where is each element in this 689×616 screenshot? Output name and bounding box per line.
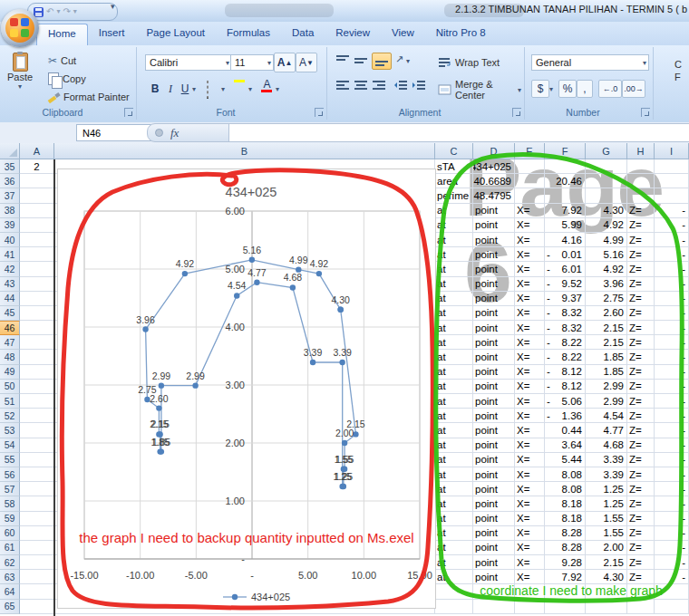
cell-G41[interactable]: 5.16 [586,247,627,262]
cell-H40[interactable]: Z= [627,233,655,247]
cell-F56[interactable]: 8.08 [545,467,586,482]
row-header-45[interactable]: 45 [0,306,20,321]
cell-A44[interactable] [20,292,54,306]
cell-E46[interactable]: X= [515,321,545,335]
insert-function-button[interactable]: fx [170,126,179,140]
cell-E65[interactable] [515,600,545,614]
cell-H62[interactable]: Z= [627,555,655,570]
cell-H47[interactable]: Z= [627,335,655,350]
cell-D48[interactable]: point [473,350,515,364]
cell-A49[interactable] [20,365,54,380]
cell-F65[interactable] [545,600,586,614]
row-header-42[interactable]: 42 [0,262,20,276]
cell-A53[interactable] [20,423,54,438]
cell-G52[interactable]: 4.54 [586,409,627,423]
cell-F36[interactable]: 20.46 [545,174,586,188]
cell-A45[interactable] [20,306,54,321]
cell-A50[interactable] [20,380,54,394]
undo-icon[interactable]: ↶ [46,7,53,16]
select-all-corner[interactable] [0,143,20,159]
column-header-E[interactable]: E [515,143,545,159]
cell-H48[interactable]: Z= [627,350,655,364]
cell-C64[interactable] [435,584,473,599]
cell-F57[interactable]: 8.08 [545,482,586,496]
row-header-47[interactable]: 47 [0,335,20,350]
cell-C63[interactable]: at [435,570,473,584]
cell-A46[interactable] [20,321,54,335]
cell-G47[interactable]: 2.15 [586,335,627,350]
cell-A52[interactable] [20,409,54,423]
cell-E36[interactable] [515,174,545,188]
orientation-caret-icon[interactable]: ▾ [406,57,410,65]
row-header-54[interactable]: 54 [0,438,20,453]
cell-G60[interactable]: 1.55 [586,526,627,541]
cell-A43[interactable] [20,277,54,292]
cell-D65[interactable] [473,600,515,614]
cell-A59[interactable] [20,512,54,526]
wrap-text-button[interactable]: Wrap Text [435,54,502,71]
cell-F42[interactable]: -6.01 [545,262,586,276]
cell-F43[interactable]: -9.52 [545,277,586,292]
cell-I62[interactable]: - [655,555,689,570]
cell-C35[interactable]: sTA [435,159,473,174]
cell-E48[interactable]: X= [515,350,545,364]
cell-C53[interactable]: at [435,423,473,438]
cell-H64[interactable] [627,584,655,599]
cell-C47[interactable]: at [435,335,473,350]
cell-C42[interactable]: at [435,262,473,276]
cell-E41[interactable]: X= [515,247,545,262]
cell-A63[interactable] [20,570,54,584]
tab-review[interactable]: Review [325,24,381,45]
cell-I60[interactable]: - [655,526,689,541]
grow-font-button[interactable]: A▲ [274,53,296,72]
row-header-36[interactable]: 36 [0,174,20,188]
cell-F44[interactable]: -9.37 [545,292,586,306]
border-caret-icon[interactable]: ▾ [221,85,225,93]
cell-C61[interactable]: at [435,541,473,555]
cell-F59[interactable]: 8.18 [545,512,586,526]
cell-A37[interactable] [20,188,54,203]
cell-D60[interactable]: point [473,526,515,541]
name-box[interactable]: N46 ▾ [76,124,155,141]
cell-E47[interactable]: X= [515,335,545,350]
cell-I61[interactable]: - [655,541,689,555]
cell-G55[interactable]: 3.39 [586,453,627,467]
align-left-button[interactable] [335,80,350,91]
cell-A39[interactable] [20,218,54,233]
cell-I47[interactable]: - [655,335,689,350]
column-header-F[interactable]: F [545,143,586,159]
cell-A38[interactable] [20,204,54,218]
merge-center-button[interactable]: Merge & Center ▾ [435,82,524,98]
cell-I57[interactable]: - [655,482,689,496]
cell-F63[interactable]: 7.92 [545,570,586,584]
row-header-65[interactable]: 65 [0,600,20,614]
cell-I40[interactable]: - [655,233,689,247]
cell-F62[interactable]: 9.28 [545,555,586,570]
cell-E60[interactable]: X= [515,526,545,541]
row-header-46[interactable]: 46 [0,321,20,335]
cell-A58[interactable] [20,496,54,511]
cell-E39[interactable]: X= [515,218,545,233]
cell-E63[interactable]: X= [515,570,545,584]
cell-A56[interactable] [20,467,54,482]
accounting-format-button[interactable]: $ [531,80,549,98]
cell-C65[interactable] [435,600,473,614]
increase-indent-button[interactable] [412,80,426,91]
redo-caret-icon[interactable]: ▾ [73,8,77,15]
cell-I35[interactable] [655,159,689,174]
cell-D58[interactable]: point [473,496,515,511]
cell-G59[interactable]: 1.55 [586,512,627,526]
cell-A60[interactable] [20,526,54,541]
row-header-37[interactable]: 37 [0,188,20,203]
cell-I43[interactable]: - [655,277,689,292]
cell-D38[interactable]: point [473,204,515,218]
cell-I53[interactable]: - [655,423,689,438]
align-top-button[interactable] [335,54,350,66]
cell-F47[interactable]: -8.22 [545,335,586,350]
font-color-caret-icon[interactable]: ▾ [276,85,279,93]
align-center-button[interactable] [354,80,368,91]
cell-C57[interactable]: at [435,482,473,496]
column-header-G[interactable]: G [586,143,627,159]
tab-view[interactable]: View [381,24,425,45]
row-header-35[interactable]: 35 [0,159,20,174]
